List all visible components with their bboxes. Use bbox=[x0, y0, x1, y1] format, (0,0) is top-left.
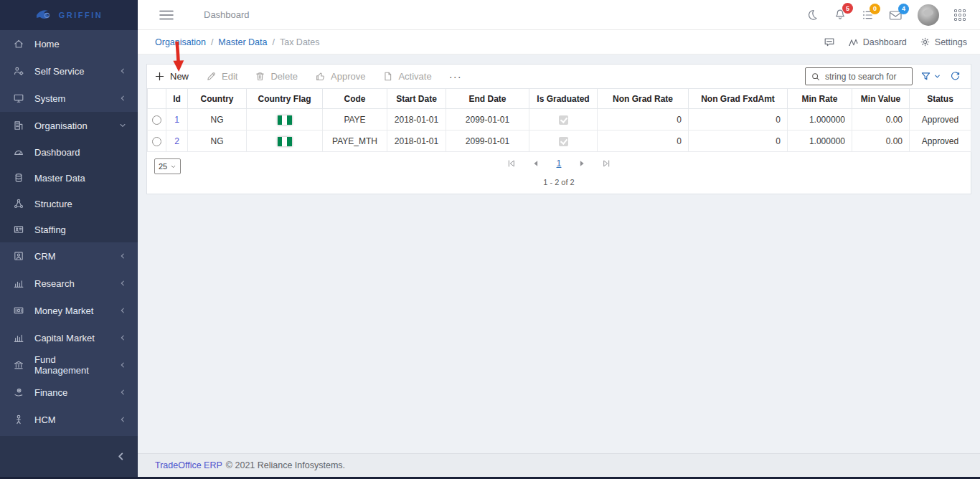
edit-button[interactable]: Edit bbox=[206, 71, 237, 82]
page-number-current[interactable]: 1 bbox=[555, 158, 563, 169]
pagination-controls: 1 bbox=[507, 158, 612, 169]
top-navbar: Dashboard 5 0 4 bbox=[138, 0, 980, 30]
footer-brand-link[interactable]: TradeOffice ERP bbox=[155, 460, 222, 470]
staffing-icon bbox=[13, 224, 24, 235]
sidebar-item-money-market[interactable]: Money Market bbox=[0, 297, 138, 324]
row-select-radio[interactable] bbox=[152, 137, 161, 146]
last-page-button[interactable] bbox=[601, 158, 611, 169]
settings-link[interactable]: Settings bbox=[920, 37, 967, 47]
sidebar-collapse-button[interactable] bbox=[0, 436, 138, 477]
column-header-country-flag[interactable]: Country Flag bbox=[247, 89, 323, 109]
sidebar-group-organisation: Organisation Dashboard Master Data Struc… bbox=[0, 112, 138, 242]
structure-icon bbox=[13, 198, 24, 209]
breadcrumb-separator: / bbox=[272, 37, 274, 47]
column-header-status[interactable]: Status bbox=[910, 89, 971, 109]
organisation-icon bbox=[13, 120, 24, 131]
sidebar-item-dashboard[interactable]: Dashboard bbox=[0, 139, 138, 165]
sidebar-menu: Home Self Service System Organisation Da… bbox=[0, 30, 138, 433]
research-icon bbox=[13, 278, 24, 289]
messages-button[interactable]: 4 bbox=[889, 9, 903, 21]
cell-start-date: 2018-01-01 bbox=[387, 131, 446, 152]
cell-non-grad-fxdamt: 0 bbox=[689, 109, 788, 131]
user-avatar[interactable] bbox=[918, 4, 939, 26]
column-header-end-date[interactable]: End Date bbox=[446, 89, 529, 109]
logo[interactable]: GRIFFIN bbox=[0, 0, 138, 30]
sidebar-item-self-service[interactable]: Self Service bbox=[0, 57, 138, 85]
cell-status: Approved bbox=[910, 131, 971, 152]
home-icon bbox=[13, 38, 24, 49]
approve-button[interactable]: Approve bbox=[315, 71, 365, 82]
sidebar-item-staffing[interactable]: Staffing bbox=[0, 217, 138, 242]
sidebar-item-hcm[interactable]: HCM bbox=[0, 406, 138, 433]
sidebar-item-organisation[interactable]: Organisation bbox=[0, 112, 138, 139]
column-header-start-date[interactable]: Start Date bbox=[387, 89, 446, 109]
trash-icon bbox=[255, 71, 265, 82]
column-header-non-grad-fxdamt[interactable]: Non Grad FxdAmt bbox=[689, 89, 788, 109]
dashboard-link[interactable]: Dashboard bbox=[848, 37, 907, 47]
activity-icon bbox=[848, 37, 859, 47]
cell-country: NG bbox=[188, 131, 247, 152]
sidebar: GRIFFIN Home Self Service System Organis… bbox=[0, 0, 138, 479]
cell-min-rate: 1.000000 bbox=[788, 109, 852, 131]
tax-dates-table: Id Country Country Flag Code Start Date … bbox=[147, 88, 971, 152]
row-id-link[interactable]: 2 bbox=[174, 136, 179, 146]
collapse-chevron-icon bbox=[117, 452, 125, 461]
breadcrumb-current: Tax Dates bbox=[280, 37, 320, 47]
refresh-button[interactable] bbox=[950, 71, 961, 82]
cell-non-grad-fxdamt: 0 bbox=[689, 131, 788, 152]
filter-button[interactable] bbox=[920, 71, 941, 82]
sidebar-item-master-data[interactable]: Master Data bbox=[0, 165, 138, 191]
money-market-icon bbox=[13, 305, 24, 316]
finance-icon bbox=[13, 386, 24, 398]
select-column-header bbox=[148, 89, 166, 109]
column-header-id[interactable]: Id bbox=[166, 89, 188, 109]
delete-button[interactable]: Delete bbox=[255, 71, 298, 82]
first-page-button[interactable] bbox=[507, 158, 517, 169]
sidebar-item-structure[interactable]: Structure bbox=[0, 191, 138, 217]
breadcrumb-organisation[interactable]: Organisation bbox=[155, 37, 206, 47]
row-id-link[interactable]: 1 bbox=[174, 115, 179, 125]
row-select-radio[interactable] bbox=[152, 115, 161, 125]
chevron-left-icon bbox=[119, 361, 126, 369]
column-header-min-rate[interactable]: Min Rate bbox=[788, 89, 852, 109]
column-header-non-grad-rate[interactable]: Non Grad Rate bbox=[598, 89, 689, 109]
sidebar-item-fund-management[interactable]: Fund Management bbox=[0, 351, 138, 379]
column-header-code[interactable]: Code bbox=[323, 89, 387, 109]
apps-grid-icon[interactable] bbox=[954, 9, 966, 21]
page-size-select[interactable]: 25 bbox=[154, 158, 181, 174]
gear-icon bbox=[920, 37, 930, 47]
notifications-button[interactable]: 5 bbox=[834, 9, 847, 21]
column-header-min-value[interactable]: Min Value bbox=[852, 89, 910, 109]
messages-badge: 4 bbox=[898, 4, 909, 14]
activate-button[interactable]: Activate bbox=[382, 71, 431, 82]
capital-market-icon bbox=[13, 332, 24, 343]
griffin-logo-icon bbox=[35, 9, 54, 22]
sidebar-item-capital-market[interactable]: Capital Market bbox=[0, 324, 138, 351]
table-row: 2 NG PAYE_MTH 2018-01-01 2099-01-01 0 0 … bbox=[148, 131, 971, 152]
sidebar-item-home[interactable]: Home bbox=[0, 30, 138, 57]
dark-mode-button[interactable] bbox=[806, 9, 819, 22]
comment-button[interactable] bbox=[824, 37, 835, 47]
next-page-button[interactable] bbox=[577, 158, 587, 169]
dashboard-icon bbox=[13, 146, 24, 158]
breadcrumb-actions: Dashboard Settings bbox=[824, 37, 967, 47]
sidebar-item-crm[interactable]: CRM bbox=[0, 242, 138, 270]
breadcrumb-master-data[interactable]: Master Data bbox=[218, 37, 267, 47]
chevron-left-icon bbox=[119, 67, 126, 75]
footer: TradeOffice ERP © 2021 Reliance Infosyst… bbox=[138, 453, 980, 477]
previous-page-button[interactable] bbox=[531, 158, 541, 169]
tasks-button[interactable]: 0 bbox=[862, 9, 874, 21]
search-input[interactable] bbox=[825, 72, 907, 82]
is-graduated-checkbox bbox=[559, 115, 568, 125]
chevron-left-icon bbox=[119, 416, 126, 423]
column-header-is-graduated[interactable]: Is Graduated bbox=[529, 89, 598, 109]
sidebar-item-system[interactable]: System bbox=[0, 85, 138, 112]
column-header-country[interactable]: Country bbox=[188, 89, 247, 109]
sidebar-item-research[interactable]: Research bbox=[0, 270, 138, 297]
sidebar-item-finance[interactable]: Finance bbox=[0, 379, 138, 406]
cell-code: PAYE bbox=[323, 109, 387, 131]
chevron-left-icon bbox=[119, 280, 126, 287]
new-button[interactable]: New bbox=[154, 71, 189, 82]
hamburger-menu-icon[interactable] bbox=[159, 10, 174, 20]
more-actions-button[interactable]: ··· bbox=[449, 70, 462, 82]
